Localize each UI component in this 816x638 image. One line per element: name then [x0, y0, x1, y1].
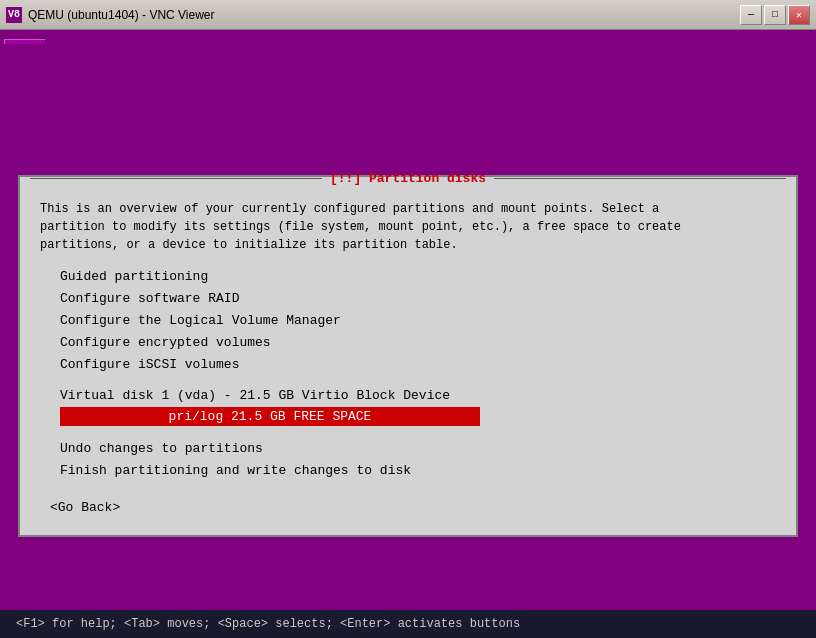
- disk-label: Virtual disk 1 (vda) - 21.5 GB Virtio Bl…: [60, 388, 776, 403]
- menu-item-lvm[interactable]: Configure the Logical Volume Manager: [60, 310, 776, 332]
- disk-partition-selected[interactable]: pri/log 21.5 GB FREE SPACE: [60, 407, 480, 426]
- menu-item-guided[interactable]: Guided partitioning: [60, 266, 776, 288]
- dialog-content: This is an overview of your currently co…: [20, 200, 796, 536]
- action-undo[interactable]: Undo changes to partitions: [60, 438, 776, 460]
- titlebar: V8 QEMU (ubuntu1404) - VNC Viewer — □ ✕: [0, 0, 816, 30]
- menu-item-encrypted[interactable]: Configure encrypted volumes: [60, 332, 776, 354]
- disk-section: Virtual disk 1 (vda) - 21.5 GB Virtio Bl…: [60, 388, 776, 426]
- action-finish[interactable]: Finish partitioning and write changes to…: [60, 460, 776, 482]
- info-line-1: This is an overview of your currently co…: [40, 202, 659, 216]
- status-bar: <F1> for help; <Tab> moves; <Space> sele…: [0, 610, 816, 638]
- menu-item-raid[interactable]: Configure software RAID: [60, 288, 776, 310]
- title-line-left: [30, 178, 322, 179]
- status-text: <F1> for help; <Tab> moves; <Space> sele…: [16, 617, 520, 631]
- info-line-3: partitions, or a device to initialize it…: [40, 238, 458, 252]
- window-controls: — □ ✕: [740, 5, 810, 25]
- tab-item[interactable]: [4, 39, 46, 44]
- menu-item-iscsi[interactable]: Configure iSCSI volumes: [60, 354, 776, 376]
- dialog-title-bar: [!!] Partition disks: [20, 167, 796, 190]
- dialog: [!!] Partition disks This is an overview…: [18, 175, 798, 538]
- info-text: This is an overview of your currently co…: [40, 200, 776, 254]
- dialog-title: [!!] Partition disks: [322, 171, 494, 186]
- main-area: [!!] Partition disks This is an overview…: [0, 52, 816, 638]
- tab-bar: [0, 30, 816, 52]
- go-back-button[interactable]: <Go Back>: [50, 500, 120, 515]
- app-icon: V8: [6, 7, 22, 23]
- close-button[interactable]: ✕: [788, 5, 810, 25]
- action-items: Undo changes to partitions Finish partit…: [60, 438, 776, 482]
- info-line-2: partition to modify its settings (file s…: [40, 220, 681, 234]
- title-line-right: [494, 178, 786, 179]
- menu-items: Guided partitioning Configure software R…: [60, 266, 776, 376]
- minimize-button[interactable]: —: [740, 5, 762, 25]
- maximize-button[interactable]: □: [764, 5, 786, 25]
- window-title: QEMU (ubuntu1404) - VNC Viewer: [28, 8, 740, 22]
